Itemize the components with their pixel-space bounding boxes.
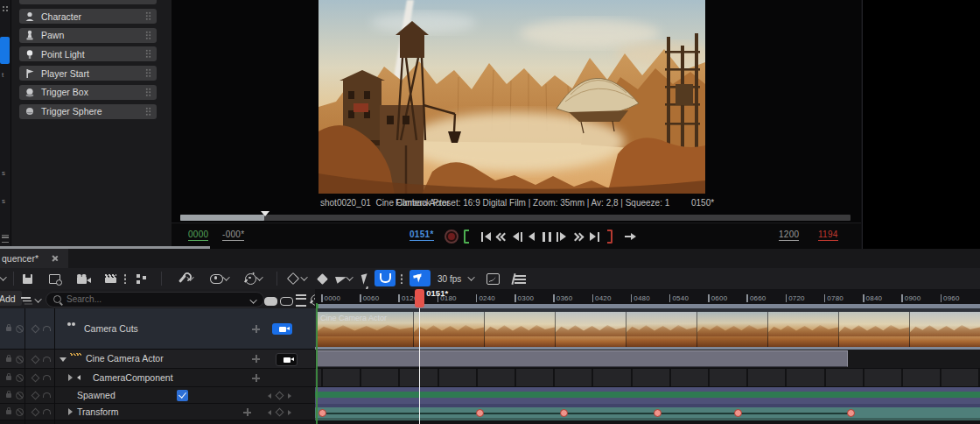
snap-options-icon[interactable] [401, 272, 402, 286]
track-label[interactable]: Camera Cuts [84, 323, 138, 334]
category-tab[interactable]: s [2, 169, 10, 177]
transform-keyframe[interactable] [560, 409, 568, 417]
transform-keyframe[interactable] [318, 409, 326, 417]
record-button[interactable] [444, 230, 458, 244]
track-label[interactable]: Cine Camera Actor [86, 353, 164, 364]
close-icon[interactable] [51, 255, 58, 262]
place-actor-item-player-start[interactable]: Player Start [19, 66, 157, 81]
track-row-transform[interactable]: Transform [0, 404, 315, 420]
track-label[interactable]: Transform [77, 406, 118, 417]
viewport-scrubber[interactable] [180, 215, 850, 221]
step-back-icon[interactable] [513, 230, 522, 243]
keyframe-nav[interactable] [268, 392, 291, 399]
lock-camera-to-viewport-button[interactable] [272, 323, 292, 335]
transform-keyframe[interactable] [734, 409, 742, 417]
camera-component-lane[interactable] [315, 369, 980, 387]
mute-icon[interactable] [16, 392, 24, 399]
track-row-camera-cuts[interactable]: Camera Cuts [0, 308, 315, 350]
place-actor-item-pawn[interactable]: Pawn [19, 28, 157, 43]
add-key-icon[interactable] [243, 408, 251, 416]
preview-icon[interactable] [43, 326, 51, 331]
playback-end-field[interactable]: 1200 [779, 230, 799, 241]
preview-icon[interactable] [43, 375, 51, 380]
expander-down-icon[interactable] [60, 357, 66, 362]
transform-keyframe[interactable] [476, 409, 484, 417]
track-label[interactable]: CameraComponent [93, 372, 173, 383]
fps-dropdown[interactable]: 30 fps [438, 272, 475, 286]
view-options-eye-icon[interactable] [210, 272, 230, 286]
mute-icon[interactable] [16, 356, 24, 364]
jump-next-icon[interactable] [572, 230, 583, 243]
drag-handle-icon[interactable] [145, 49, 151, 59]
playhead-line[interactable] [419, 308, 421, 424]
category-tab-selected[interactable] [0, 37, 10, 64]
place-actor-item-point-light[interactable]: Point Light [19, 46, 157, 61]
camera-cuts-lane[interactable]: Cine Camera Actor [315, 308, 980, 350]
expand-rows-icon[interactable] [264, 294, 277, 308]
add-section-icon[interactable] [252, 355, 260, 363]
pause-icon[interactable] [542, 230, 551, 243]
expander-right-icon[interactable] [68, 408, 73, 415]
playback-options-gear-icon[interactable] [245, 272, 263, 286]
jump-previous-icon[interactable] [497, 230, 508, 243]
playback-start-field[interactable]: 0000 [188, 230, 208, 241]
keyframe-all-icon[interactable] [318, 272, 326, 286]
cine-camera-section-bar[interactable] [316, 350, 848, 367]
set-playback-end-icon[interactable] [607, 230, 612, 243]
playback-mode-icon[interactable] [625, 230, 634, 243]
step-forward-icon[interactable] [556, 230, 566, 243]
add-section-icon[interactable] [252, 325, 260, 333]
lock-icon[interactable] [6, 357, 11, 362]
render-movie-icon[interactable] [105, 272, 116, 286]
place-actor-item-trigger-box[interactable]: Trigger Box [19, 85, 157, 100]
cine-camera-actor-lane[interactable] [315, 350, 980, 369]
save-icon[interactable] [23, 272, 32, 286]
track-row-spawned[interactable]: Spawned [0, 387, 315, 404]
chevron-down-icon[interactable] [252, 294, 257, 308]
solo-icon[interactable] [32, 408, 40, 417]
lock-icon[interactable] [6, 376, 11, 380]
transform-keyframe[interactable] [654, 409, 662, 417]
transform-lane[interactable] [315, 404, 980, 420]
place-actor-item-character[interactable]: Character [19, 9, 157, 24]
more-options-icon[interactable] [124, 272, 126, 286]
play-reverse-icon[interactable] [528, 230, 535, 243]
keyframe-options-icon[interactable] [289, 272, 308, 286]
playhead-marker[interactable] [415, 289, 424, 307]
drag-handle-icon[interactable] [145, 88, 151, 97]
category-tab[interactable]: s [2, 197, 10, 205]
find-in-content-browser-icon[interactable] [49, 272, 60, 286]
add-track-button[interactable]: Add [0, 291, 22, 306]
row-height-icon[interactable] [296, 293, 306, 307]
transform-keyframe[interactable] [847, 409, 855, 417]
actions-wrench-icon[interactable] [177, 272, 194, 286]
mute-icon[interactable] [16, 408, 24, 416]
menu-icon[interactable] [2, 235, 9, 243]
add-section-icon[interactable] [252, 374, 260, 382]
preview-icon[interactable] [43, 357, 51, 362]
actions-hierarchy-icon[interactable] [136, 272, 147, 286]
mute-icon[interactable] [16, 374, 24, 382]
drag-handle-icon[interactable] [145, 31, 151, 40]
snap-magnet-toggle[interactable] [374, 270, 396, 286]
chevron-down-icon[interactable] [2, 272, 7, 286]
list-item-partial[interactable] [19, 0, 157, 4]
edit-pen-icon[interactable] [336, 272, 354, 286]
to-front-icon[interactable] [481, 230, 491, 243]
shot-track-icon[interactable] [514, 272, 526, 286]
track-row-cine-camera-actor[interactable]: Cine Camera Actor [0, 350, 315, 369]
solo-icon[interactable] [32, 356, 40, 364]
lock-icon[interactable] [6, 327, 11, 331]
preview-icon[interactable] [43, 409, 51, 414]
timeline-ruler[interactable]: 0000006001200180024003000360042004800540… [315, 289, 980, 308]
mute-icon[interactable] [16, 325, 24, 333]
place-actor-item-trigger-sphere[interactable]: Trigger Sphere [19, 104, 157, 119]
solo-icon[interactable] [32, 325, 40, 334]
preview-icon[interactable] [43, 392, 51, 398]
working-range-end-field[interactable]: 1194 [818, 230, 838, 241]
solo-icon[interactable] [32, 392, 40, 400]
spawned-checkbox[interactable] [177, 390, 188, 401]
set-playback-start-icon[interactable] [464, 230, 469, 243]
category-tab[interactable]: t [2, 71, 10, 79]
drag-handle-icon[interactable] [145, 107, 151, 117]
